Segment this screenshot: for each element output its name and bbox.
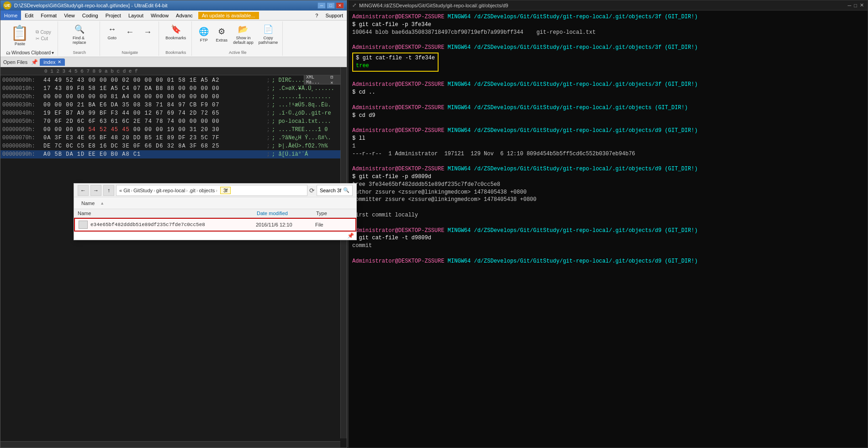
fe-up-button[interactable]: ↑ (103, 185, 114, 196)
terminal-line: $ git cat-file -p d9809d (352, 173, 864, 181)
hex-row[interactable]: 00000020h:00 00 00 00 00 00 81 A4 00 00 … (0, 93, 347, 101)
hex-bytes: 17 43 89 F8 58 1E A5 C4 07 DA B8 88 00 0… (43, 85, 265, 92)
fe-refresh-button[interactable]: ⟳ (309, 187, 315, 194)
hex-row[interactable]: 00000000h:44 49 52 43 00 00 00 02 00 00 … (0, 76, 347, 84)
ftp-button[interactable]: 🌐 FTP (196, 25, 212, 44)
menu-coding[interactable]: Coding (79, 11, 102, 20)
minimize-button[interactable]: ─ (318, 2, 326, 9)
terminal-line: $ cd .. (352, 89, 864, 96)
copy-path-label: Copypath/name (259, 36, 278, 45)
show-in-app-button[interactable]: 📂 Show indefault app (231, 22, 255, 46)
xml-panel-indicator[interactable]: XML Ma... ⊟ ✕ (304, 75, 340, 84)
find-replace-button[interactable]: 🔍 Find &replace (71, 22, 88, 46)
menu-advanc[interactable]: Advanc (172, 11, 196, 20)
close-button[interactable]: ✕ (336, 2, 344, 9)
back-button[interactable]: ← (122, 25, 138, 39)
hex-row[interactable]: 00000060h:00 00 00 00 54 52 45 45 00 00 … (0, 126, 347, 134)
bookmarks-button[interactable]: 🔖 Bookmarks (164, 22, 188, 42)
terminal-blank-line (352, 158, 864, 165)
terminal-line: Administrator@DESKTOP-ZSSURE MINGW64 /d/… (352, 165, 864, 173)
fe-search-placeholder: Search 3f (320, 188, 341, 193)
copy-path-button[interactable]: 📄 Copypath/name (257, 22, 280, 46)
navigate-buttons: ↔ Goto ← → (104, 22, 156, 42)
terminal-line: Administrator@DESKTOP-ZSSURE MINGW64 /d/… (352, 227, 864, 235)
maximize-button[interactable]: □ (327, 2, 335, 9)
gb-minimize-button[interactable]: ─ (848, 3, 852, 8)
toolbar-navigate-group: ↔ Goto ← → Navigate (101, 21, 159, 56)
terminal-blank-line (352, 219, 864, 227)
bookmarks-label: Bookmarks (165, 36, 186, 40)
tab-close-button[interactable]: ✕ (58, 59, 61, 64)
menu-help[interactable]: ? (312, 12, 322, 19)
menu-layout[interactable]: Layout (125, 11, 147, 20)
vertical-scrollbar[interactable] (340, 67, 347, 438)
gb-close-button[interactable]: ✕ (860, 2, 864, 8)
fe-col-date-header: Date modified (257, 211, 316, 216)
hex-row[interactable]: 00000080h:DE 7C 0C C5 E8 16 DC 3E 0F 66 … (0, 142, 347, 150)
fe-search-bar[interactable]: Search 3f 🔍 (317, 185, 353, 196)
hex-row[interactable]: 00000070h:0A 3F E3 4E 65 BF 48 20 DD B5 … (0, 134, 347, 142)
show-in-app-icon: 📂 (238, 24, 249, 35)
menu-update[interactable]: An update is available... (198, 12, 259, 19)
hex-ascii: ; .C»øX.¥Ä.Ú¸...... (272, 85, 345, 92)
hex-row[interactable]: 00000010h:17 43 89 F8 58 1E A5 C4 07 DA … (0, 84, 347, 93)
pin-button[interactable]: 📌 (31, 59, 38, 65)
goto-button[interactable]: ↔ Goto (104, 22, 120, 42)
extras-label: Extras (216, 38, 228, 42)
cut-button[interactable]: ✂ Cut (34, 36, 53, 42)
paste-button[interactable]: 📋 Paste (7, 22, 32, 48)
fe-path-bar[interactable]: « Git › GitStudy › git-repo-local › .git… (116, 185, 307, 196)
terminal-line: Administrator@DESKTOP-ZSSURE MINGW64 /d/… (352, 104, 864, 112)
active-file-label: Active file (229, 50, 247, 55)
index-tab[interactable]: index ✕ (40, 58, 64, 66)
search-group-label: Search (73, 50, 86, 55)
fe-current-folder[interactable]: 3f (220, 187, 231, 194)
hex-row[interactable]: 00000090h:A0 5B DA 1D EE E0 B0 A8 C1;; å… (0, 150, 347, 158)
paste-icon: 📋 (11, 24, 29, 42)
goto-label: Goto (107, 36, 116, 40)
copy-path-icon: 📄 (263, 24, 274, 35)
navigate-group-label: Navigate (122, 50, 138, 55)
hex-address: 00000030h: (2, 102, 43, 108)
extras-button[interactable]: ⚙ Extras (213, 25, 230, 44)
hex-ascii: ; .ï·©.¿óD..git-re (272, 110, 345, 116)
fe-path-repo: git-repo-local (156, 188, 185, 193)
hex-bytes: 0A 3F E3 4E 65 BF 48 20 DD B5 1E 89 DF 2… (43, 135, 265, 141)
horizontal-scrollbar[interactable] (0, 441, 340, 448)
hex-address: 00000010h: (2, 85, 43, 92)
hex-row[interactable]: 00000050h:70 6F 2D 6C 6F 63 61 6C 2E 74 … (0, 117, 347, 126)
menu-project[interactable]: Project (102, 11, 125, 20)
menu-support[interactable]: Support (322, 12, 347, 19)
hex-ascii: ; po-local.txt.... (272, 118, 345, 125)
hex-address: 00000080h: (2, 143, 43, 149)
hex-ruler: 0 1 2 3 4 5 6 7 8 9 a b c d e f (0, 67, 347, 75)
hex-ascii: ; Þ|.ÅèÜ>.fÖ2.?h% (272, 143, 345, 149)
menu-window[interactable]: Window (147, 11, 172, 20)
fe-file-row[interactable]: e34e65bf482dddb51e89df235c7fde7c0cc5e8 2… (74, 218, 356, 232)
ue-title-text: D:\ZSDevelops\Git\GitStudy\git-repo-loca… (14, 3, 318, 8)
menu-home[interactable]: Home (0, 11, 21, 20)
fe-path-git: « Git (119, 188, 130, 193)
copy-button[interactable]: ⧉ Copy (34, 29, 53, 35)
terminal-blank-line (352, 36, 864, 44)
terminal-line: $ cd d9 (352, 112, 864, 120)
menu-view[interactable]: View (60, 11, 79, 20)
terminal-blank-line (352, 250, 864, 258)
menu-edit[interactable]: Edit (21, 11, 37, 20)
hex-row[interactable]: 00000030h:00 00 00 21 BA E6 DA 35 08 38 … (0, 101, 347, 109)
extras-buttons: 🌐 FTP ⚙ Extras 📂 Show indefault app 📄 Co… (196, 22, 280, 46)
fe-back-button[interactable]: ← (78, 185, 89, 196)
fe-path-git2: .git (189, 188, 196, 193)
windows-clipboard-button[interactable]: 🗂 Windows Clipboard ▾ (5, 50, 55, 56)
fe-titlebar: ← → ↑ « Git › GitStudy › git-repo-local … (74, 184, 356, 197)
ue-logo: UE (3, 1, 11, 10)
file-icon (79, 221, 88, 229)
hex-ascii: ; .?ãNe¿H Ý...ß#\. (272, 135, 345, 141)
gb-maximize-button[interactable]: □ (854, 3, 857, 8)
hex-row[interactable]: 00000040h:19 EF B7 A9 99 BF F3 44 00 12 … (0, 109, 347, 117)
fe-pin-icon[interactable]: 📌 (347, 232, 355, 239)
forward-button[interactable]: → (139, 25, 156, 39)
fe-forward-button[interactable]: → (90, 185, 101, 196)
fe-name-sort-button[interactable]: Name (78, 200, 98, 207)
menu-format[interactable]: Format (37, 11, 60, 20)
